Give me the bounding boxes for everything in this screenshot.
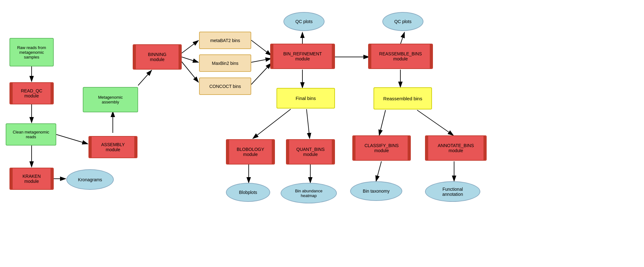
svg-line-11: [251, 40, 271, 55]
blobplots-node: Blobplots: [226, 183, 270, 202]
functional-annotation-node: Functional annotation: [425, 181, 480, 202]
assembly-module-node: ASSEMBLY module: [88, 136, 137, 158]
final-bins-node: Final bins: [276, 88, 335, 109]
kraken-label: KRAKEN module: [22, 174, 41, 184]
blobology-node: BLOBOLOGY module: [226, 139, 275, 165]
meta-assembly-node: Metagenomic assembly: [83, 87, 138, 112]
assembly-module-label: ASSEMBLY module: [101, 142, 125, 152]
svg-line-24: [417, 110, 453, 135]
maxbin2-label: MaxBin2 bins: [212, 61, 238, 66]
meta-assembly-label: Metagenomic assembly: [98, 95, 123, 104]
svg-line-10: [182, 62, 198, 82]
svg-line-8: [182, 40, 198, 53]
reassembled-bins-label: Reassembled bins: [383, 96, 422, 101]
maxbin2-node: MaxBin2 bins: [199, 54, 251, 72]
svg-line-25: [376, 161, 381, 181]
classify-bins-node: CLASSIFY_BINS module: [352, 135, 411, 161]
read-qc-node: READ_QC module: [9, 82, 54, 104]
kronagrams-label: Kronagrams: [78, 177, 102, 182]
svg-line-7: [138, 70, 152, 85]
reassemble-bins-node: REASSEMBLE_BINS module: [368, 44, 433, 69]
quant-bins-label: QUANT_BINS module: [296, 147, 325, 157]
quant-bins-node: QUANT_BINS module: [286, 139, 335, 165]
annotate-bins-label: ANNOTATE_BINS module: [438, 143, 474, 153]
bin-refinement-node: BIN_REFINEMENT module: [270, 44, 335, 69]
clean-reads-label: Clean metagenomic reads: [13, 130, 49, 139]
binning-label: BINNING module: [148, 52, 166, 62]
svg-line-12: [251, 59, 271, 62]
svg-line-5: [56, 134, 88, 144]
svg-line-17: [253, 109, 291, 139]
annotate-bins-node: ANNOTATE_BINS module: [425, 135, 487, 161]
bin-taxonomy-label: Bin taxonomy: [363, 189, 390, 194]
svg-line-13: [251, 63, 271, 84]
clean-reads-node: Clean metagenomic reads: [6, 123, 56, 146]
svg-line-18: [307, 109, 310, 139]
qc-plots-1-node: QC plots: [283, 12, 325, 31]
bin-abundance-label: Bin abundance heatmap: [295, 189, 323, 198]
raw-reads-node: Raw reads from metagenomic samples: [9, 38, 54, 66]
final-bins-label: Final bins: [295, 96, 316, 101]
metabat2-node: metaBAT2 bins: [199, 32, 251, 49]
kraken-node: KRAKEN module: [9, 168, 54, 190]
functional-annotation-label: Functional annotation: [442, 187, 463, 197]
qc-plots-2-label: QC plots: [394, 19, 411, 24]
read-qc-label: READ_QC module: [21, 88, 42, 98]
kronagrams-node: Kronagrams: [66, 169, 114, 190]
concoct-node: CONCOCT bins: [199, 78, 251, 95]
svg-line-23: [379, 110, 386, 135]
blobplots-label: Blobplots: [239, 190, 257, 195]
classify-bins-label: CLASSIFY_BINS module: [364, 143, 398, 153]
reassemble-bins-label: REASSEMBLE_BINS module: [379, 51, 422, 61]
diagram-container: Raw reads from metagenomic samples READ_…: [0, 0, 644, 267]
svg-line-21: [400, 32, 404, 44]
raw-reads-label: Raw reads from metagenomic samples: [17, 45, 46, 59]
qc-plots-1-label: QC plots: [295, 19, 313, 24]
reassembled-bins-node: Reassembled bins: [374, 87, 432, 109]
arrows-svg: [0, 0, 644, 267]
concoct-label: CONCOCT bins: [209, 84, 241, 89]
blobology-label: BLOBOLOGY module: [237, 147, 264, 157]
svg-line-9: [182, 57, 198, 62]
metabat2-label: metaBAT2 bins: [210, 38, 240, 43]
bin-taxonomy-node: Bin taxonomy: [350, 181, 402, 201]
qc-plots-2-node: QC plots: [382, 12, 423, 31]
binning-node: BINNING module: [133, 44, 182, 70]
bin-refinement-label: BIN_REFINEMENT module: [283, 51, 322, 61]
bin-abundance-node: Bin abundance heatmap: [281, 183, 337, 203]
